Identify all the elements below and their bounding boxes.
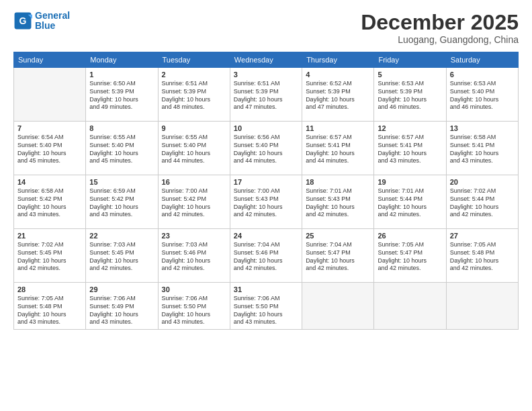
day-cell: 9Sunrise: 6:55 AM Sunset: 5:40 PM Daylig… <box>158 122 230 175</box>
month-title: December 2025 <box>361 11 519 34</box>
title-block: December 2025 Luogang, Guangdong, China <box>361 11 519 45</box>
calendar-body: 1Sunrise: 6:50 AM Sunset: 5:39 PM Daylig… <box>14 68 519 330</box>
day-number: 11 <box>306 124 370 132</box>
day-cell: 22Sunrise: 7:03 AM Sunset: 5:45 PM Dayli… <box>86 229 158 283</box>
day-cell: 5Sunrise: 6:53 AM Sunset: 5:39 PM Daylig… <box>374 68 446 122</box>
day-cell: 14Sunrise: 6:58 AM Sunset: 5:42 PM Dayli… <box>14 175 86 229</box>
day-cell: 23Sunrise: 7:03 AM Sunset: 5:46 PM Dayli… <box>158 229 230 283</box>
day-cell: 8Sunrise: 6:55 AM Sunset: 5:40 PM Daylig… <box>86 122 158 175</box>
logo-text: General Blue <box>35 11 70 32</box>
header: G General Blue December 2025 Luogang, Gu… <box>13 11 519 45</box>
day-info: Sunrise: 7:06 AM Sunset: 5:49 PM Dayligh… <box>89 295 154 326</box>
day-info: Sunrise: 6:52 AM Sunset: 5:39 PM Dayligh… <box>306 80 370 111</box>
day-info: Sunrise: 7:04 AM Sunset: 5:47 PM Dayligh… <box>306 241 370 273</box>
day-cell: 19Sunrise: 7:01 AM Sunset: 5:44 PM Dayli… <box>374 175 446 229</box>
day-number: 10 <box>234 124 298 132</box>
day-cell <box>374 283 446 330</box>
day-info: Sunrise: 6:59 AM Sunset: 5:42 PM Dayligh… <box>89 187 154 219</box>
day-info: Sunrise: 7:05 AM Sunset: 5:48 PM Dayligh… <box>450 241 515 273</box>
day-number: 25 <box>306 232 370 240</box>
day-cell: 2Sunrise: 6:51 AM Sunset: 5:39 PM Daylig… <box>158 68 230 122</box>
logo-icon: G <box>13 11 32 30</box>
day-info: Sunrise: 6:51 AM Sunset: 5:39 PM Dayligh… <box>234 80 298 111</box>
page: G General Blue December 2025 Luogang, Gu… <box>0 0 532 411</box>
day-number: 23 <box>162 232 226 240</box>
day-number: 6 <box>450 71 515 79</box>
day-number: 26 <box>378 232 442 240</box>
weekday-header-monday: Monday <box>86 52 158 68</box>
day-number: 29 <box>89 285 154 293</box>
week-row-3: 14Sunrise: 6:58 AM Sunset: 5:42 PM Dayli… <box>14 175 519 229</box>
day-info: Sunrise: 6:53 AM Sunset: 5:40 PM Dayligh… <box>450 80 515 111</box>
day-number: 20 <box>450 178 515 186</box>
day-info: Sunrise: 7:03 AM Sunset: 5:46 PM Dayligh… <box>162 241 226 273</box>
calendar-table: SundayMondayTuesdayWednesdayThursdayFrid… <box>13 52 519 330</box>
day-info: Sunrise: 7:00 AM Sunset: 5:43 PM Dayligh… <box>234 187 298 219</box>
day-number: 1 <box>89 71 154 79</box>
day-number: 15 <box>89 178 154 186</box>
day-number: 2 <box>162 71 226 79</box>
day-info: Sunrise: 6:56 AM Sunset: 5:40 PM Dayligh… <box>234 134 298 165</box>
day-number: 7 <box>17 124 82 132</box>
day-cell: 21Sunrise: 7:02 AM Sunset: 5:45 PM Dayli… <box>14 229 86 283</box>
day-cell: 28Sunrise: 7:05 AM Sunset: 5:48 PM Dayli… <box>14 283 86 330</box>
day-info: Sunrise: 6:53 AM Sunset: 5:39 PM Dayligh… <box>378 80 442 111</box>
day-info: Sunrise: 6:55 AM Sunset: 5:40 PM Dayligh… <box>89 134 154 165</box>
day-number: 30 <box>162 285 226 293</box>
weekday-row: SundayMondayTuesdayWednesdayThursdayFrid… <box>14 52 519 68</box>
day-info: Sunrise: 6:50 AM Sunset: 5:39 PM Dayligh… <box>89 80 154 111</box>
day-number: 8 <box>89 124 154 132</box>
location: Luogang, Guangdong, China <box>361 34 519 45</box>
day-number: 28 <box>17 285 82 293</box>
week-row-1: 1Sunrise: 6:50 AM Sunset: 5:39 PM Daylig… <box>14 68 519 122</box>
logo-line2: Blue <box>35 20 55 31</box>
day-cell: 16Sunrise: 7:00 AM Sunset: 5:42 PM Dayli… <box>158 175 230 229</box>
weekday-header-saturday: Saturday <box>446 52 518 68</box>
day-number: 13 <box>450 124 515 132</box>
day-cell: 26Sunrise: 7:05 AM Sunset: 5:47 PM Dayli… <box>374 229 446 283</box>
day-cell: 4Sunrise: 6:52 AM Sunset: 5:39 PM Daylig… <box>302 68 374 122</box>
day-number: 12 <box>378 124 442 132</box>
day-cell <box>302 283 374 330</box>
day-number: 18 <box>306 178 370 186</box>
day-cell: 10Sunrise: 6:56 AM Sunset: 5:40 PM Dayli… <box>230 122 302 175</box>
day-info: Sunrise: 7:03 AM Sunset: 5:45 PM Dayligh… <box>89 241 154 273</box>
day-number: 16 <box>162 178 226 186</box>
day-number: 27 <box>450 232 515 240</box>
day-cell: 12Sunrise: 6:57 AM Sunset: 5:41 PM Dayli… <box>374 122 446 175</box>
week-row-4: 21Sunrise: 7:02 AM Sunset: 5:45 PM Dayli… <box>14 229 519 283</box>
day-cell: 18Sunrise: 7:01 AM Sunset: 5:43 PM Dayli… <box>302 175 374 229</box>
weekday-header-thursday: Thursday <box>302 52 374 68</box>
logo-line1: General <box>35 10 70 21</box>
day-cell: 1Sunrise: 6:50 AM Sunset: 5:39 PM Daylig… <box>86 68 158 122</box>
day-number: 9 <box>162 124 226 132</box>
day-number: 31 <box>234 285 298 293</box>
day-info: Sunrise: 6:58 AM Sunset: 5:41 PM Dayligh… <box>450 134 515 165</box>
day-info: Sunrise: 7:01 AM Sunset: 5:43 PM Dayligh… <box>306 187 370 219</box>
day-cell: 6Sunrise: 6:53 AM Sunset: 5:40 PM Daylig… <box>446 68 518 122</box>
day-info: Sunrise: 7:04 AM Sunset: 5:46 PM Dayligh… <box>234 241 298 273</box>
day-info: Sunrise: 7:01 AM Sunset: 5:44 PM Dayligh… <box>378 187 442 219</box>
day-cell: 7Sunrise: 6:54 AM Sunset: 5:40 PM Daylig… <box>14 122 86 175</box>
day-cell: 30Sunrise: 7:06 AM Sunset: 5:50 PM Dayli… <box>158 283 230 330</box>
calendar-header: SundayMondayTuesdayWednesdayThursdayFrid… <box>14 52 519 68</box>
day-number: 5 <box>378 71 442 79</box>
day-cell: 3Sunrise: 6:51 AM Sunset: 5:39 PM Daylig… <box>230 68 302 122</box>
day-cell: 11Sunrise: 6:57 AM Sunset: 5:41 PM Dayli… <box>302 122 374 175</box>
weekday-header-tuesday: Tuesday <box>158 52 230 68</box>
day-info: Sunrise: 7:00 AM Sunset: 5:42 PM Dayligh… <box>162 187 226 219</box>
day-cell: 31Sunrise: 7:06 AM Sunset: 5:50 PM Dayli… <box>230 283 302 330</box>
day-info: Sunrise: 7:02 AM Sunset: 5:45 PM Dayligh… <box>17 241 82 273</box>
day-info: Sunrise: 6:58 AM Sunset: 5:42 PM Dayligh… <box>17 187 82 219</box>
day-info: Sunrise: 6:54 AM Sunset: 5:40 PM Dayligh… <box>17 134 82 165</box>
day-number: 24 <box>234 232 298 240</box>
day-info: Sunrise: 7:06 AM Sunset: 5:50 PM Dayligh… <box>162 295 226 326</box>
weekday-header-sunday: Sunday <box>14 52 86 68</box>
day-cell: 13Sunrise: 6:58 AM Sunset: 5:41 PM Dayli… <box>446 122 518 175</box>
day-info: Sunrise: 7:06 AM Sunset: 5:50 PM Dayligh… <box>234 295 298 326</box>
day-cell: 20Sunrise: 7:02 AM Sunset: 5:44 PM Dayli… <box>446 175 518 229</box>
day-number: 14 <box>17 178 82 186</box>
weekday-header-wednesday: Wednesday <box>230 52 302 68</box>
day-info: Sunrise: 6:51 AM Sunset: 5:39 PM Dayligh… <box>162 80 226 111</box>
day-cell <box>14 68 86 122</box>
